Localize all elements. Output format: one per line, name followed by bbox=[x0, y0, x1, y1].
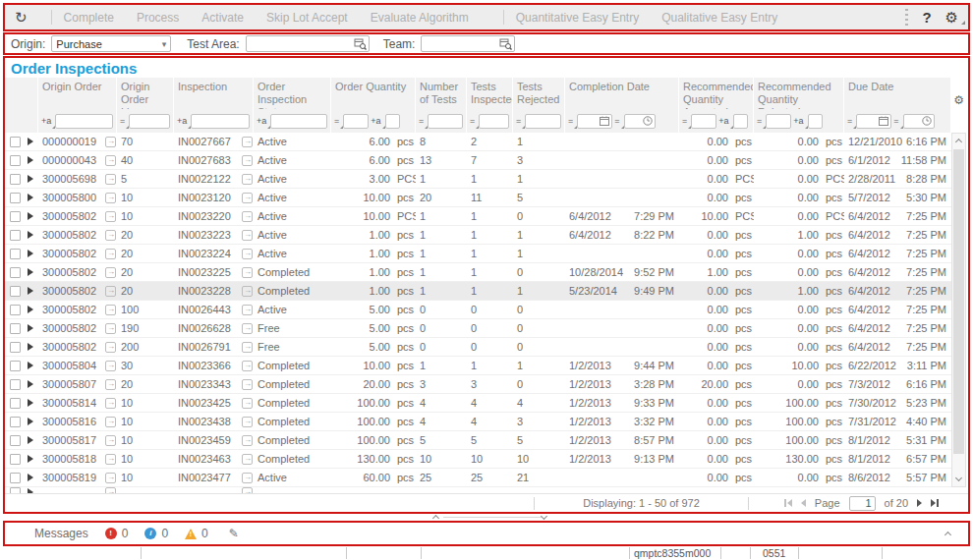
evaluate-algorithm-button[interactable]: Evaluate Algorithm bbox=[371, 11, 469, 25]
expand-row-icon[interactable] bbox=[28, 380, 33, 388]
table-row[interactable]: 300005802 20 IN0023223 Active 1.00pcs 1 … bbox=[5, 226, 951, 245]
row-checkbox[interactable] bbox=[10, 379, 21, 390]
drill-down-icon[interactable] bbox=[242, 249, 253, 259]
expand-row-icon[interactable] bbox=[28, 175, 33, 183]
drill-down-icon[interactable] bbox=[242, 398, 253, 409]
first-page-button[interactable] bbox=[784, 499, 792, 507]
complete-button[interactable]: Complete bbox=[64, 11, 114, 25]
calendar-icon[interactable] bbox=[879, 116, 888, 126]
drill-down-icon[interactable] bbox=[242, 286, 253, 297]
calendar-icon[interactable] bbox=[600, 116, 609, 126]
table-row[interactable]: 300005807 20 IN0023343 Completed 20.00pc… bbox=[5, 375, 951, 394]
expand-row-icon[interactable] bbox=[28, 455, 33, 463]
table-row[interactable]: 300005802 190 IN0026628 Free 5.00pcs 0 0… bbox=[5, 319, 951, 338]
table-row[interactable]: 300005802 20 IN0023225 Completed 1.00pcs… bbox=[5, 263, 951, 282]
drill-down-icon[interactable] bbox=[105, 417, 116, 427]
drill-down-icon[interactable] bbox=[105, 435, 116, 446]
vertical-scrollbar[interactable] bbox=[951, 133, 966, 487]
drill-down-icon[interactable] bbox=[242, 323, 253, 334]
row-checkbox[interactable] bbox=[10, 267, 21, 278]
expand-row-icon[interactable] bbox=[28, 343, 33, 351]
activate-button[interactable]: Activate bbox=[201, 11, 244, 25]
row-checkbox[interactable] bbox=[10, 454, 21, 465]
column-header-inspection[interactable]: Inspection bbox=[174, 78, 254, 109]
drill-down-icon[interactable] bbox=[242, 155, 253, 166]
collapse-messages-icon[interactable] bbox=[944, 532, 951, 538]
table-row[interactable]: 300005698 5 IN0022122 Active 3.00PCS 1 1… bbox=[5, 170, 951, 189]
drill-down-icon[interactable] bbox=[105, 361, 116, 371]
splitter-collapse-icon[interactable] bbox=[541, 513, 547, 520]
clock-icon[interactable] bbox=[922, 116, 932, 126]
info-count-group[interactable]: i 0 bbox=[144, 527, 168, 540]
table-row[interactable]: 300005802 10 IN0023220 Active 10.00PCS 1… bbox=[5, 207, 951, 226]
filter-operator-icon[interactable]: = bbox=[334, 117, 341, 126]
previous-page-button[interactable] bbox=[801, 499, 806, 507]
row-checkbox[interactable] bbox=[10, 230, 21, 241]
column-header-tests-inspected[interactable]: Tests Inspected bbox=[467, 78, 513, 109]
expand-row-icon[interactable] bbox=[28, 306, 33, 313]
drill-down-icon[interactable] bbox=[105, 398, 116, 409]
filter-order-quantity-input[interactable] bbox=[346, 116, 366, 127]
drill-down-icon[interactable] bbox=[105, 487, 116, 493]
row-checkbox[interactable] bbox=[10, 435, 21, 446]
filter-rec-qty-accepted-input[interactable] bbox=[694, 116, 714, 127]
drill-down-icon[interactable] bbox=[105, 342, 116, 353]
expand-row-icon[interactable] bbox=[28, 488, 33, 493]
filter-operator-icon[interactable]: = bbox=[120, 117, 127, 126]
expand-row-icon[interactable] bbox=[28, 194, 33, 201]
filter-operator-icon[interactable]: +a bbox=[177, 117, 189, 126]
warning-count-group[interactable]: 0 bbox=[185, 527, 208, 540]
overflow-menu-icon[interactable] bbox=[905, 9, 908, 26]
drill-down-icon[interactable] bbox=[242, 473, 253, 483]
table-row[interactable]: 300005814 10 IN0023425 Completed 100.00p… bbox=[5, 394, 951, 413]
table-row[interactable]: 300005804 30 IN0023366 Completed 10.00pc… bbox=[5, 357, 951, 375]
drill-down-icon[interactable] bbox=[105, 305, 116, 315]
filter-operator-icon[interactable]: = bbox=[568, 117, 575, 126]
column-header-number-of-tests[interactable]: Number of Tests bbox=[416, 78, 467, 109]
filter-origin-order-input[interactable] bbox=[58, 116, 110, 127]
process-button[interactable]: Process bbox=[137, 11, 179, 25]
row-checkbox[interactable] bbox=[10, 487, 21, 493]
last-page-button[interactable] bbox=[931, 499, 939, 507]
drill-down-icon[interactable] bbox=[242, 417, 253, 427]
filter-tests-inspected-input[interactable] bbox=[482, 116, 506, 127]
test-area-field[interactable] bbox=[249, 37, 354, 50]
filter-tests-rejected-input[interactable] bbox=[528, 116, 558, 127]
drill-down-icon[interactable] bbox=[105, 137, 116, 147]
due-time-filter[interactable] bbox=[903, 114, 935, 129]
qualitative-easy-entry-button[interactable]: Qualitative Easy Entry bbox=[661, 11, 777, 25]
table-row[interactable]: 300005802 20 IN0023228 Completed 1.00pcs… bbox=[5, 282, 951, 301]
drill-down-icon[interactable] bbox=[242, 435, 253, 446]
settings-gear-icon[interactable]: ⚙ bbox=[945, 9, 958, 27]
row-checkbox[interactable] bbox=[10, 137, 21, 147]
filter-operator-icon[interactable]: +a bbox=[371, 117, 382, 126]
filter-operator-icon[interactable]: +a bbox=[257, 117, 268, 126]
drill-down-icon[interactable] bbox=[242, 454, 253, 465]
lookup-icon[interactable] bbox=[354, 38, 367, 50]
column-header-order-inspection-status[interactable]: Order Inspection Status bbox=[254, 78, 331, 109]
row-checkbox[interactable] bbox=[10, 398, 21, 409]
filter-operator-icon[interactable]: = bbox=[893, 117, 900, 126]
error-count-group[interactable]: ! 0 bbox=[105, 527, 129, 540]
drill-down-icon[interactable] bbox=[242, 487, 253, 493]
table-row[interactable]: 000000019 70 IN0027667 Active 6.00pcs 8 … bbox=[5, 133, 951, 151]
panel-splitter[interactable] bbox=[3, 514, 970, 521]
table-row[interactable]: 300005817 10 IN0023459 Completed 100.00p… bbox=[5, 431, 951, 450]
drill-down-icon[interactable] bbox=[105, 155, 116, 166]
row-checkbox[interactable] bbox=[10, 211, 21, 222]
filter-operator-icon[interactable]: = bbox=[516, 117, 523, 126]
expand-row-icon[interactable] bbox=[28, 231, 33, 239]
drill-down-icon[interactable] bbox=[105, 174, 116, 185]
filter-rec-qty-rejected-input[interactable] bbox=[769, 116, 788, 127]
table-row[interactable]: 300005802 100 IN0026443 Active 5.00pcs 0… bbox=[5, 301, 951, 319]
row-checkbox[interactable] bbox=[10, 305, 21, 315]
filter-operator-icon[interactable]: +a bbox=[793, 117, 805, 126]
drill-down-icon[interactable] bbox=[242, 342, 253, 353]
drill-down-icon[interactable] bbox=[105, 211, 116, 222]
table-row[interactable]: 300005800 10 IN0023120 Active 10.00pcs 2… bbox=[5, 189, 951, 207]
column-header-tests-rejected[interactable]: Tests Rejected bbox=[513, 78, 565, 109]
filter-rec-qty-accepted-uom-input[interactable] bbox=[736, 116, 745, 127]
origin-select[interactable]: Purchase ▾ bbox=[51, 35, 171, 52]
row-checkbox[interactable] bbox=[10, 193, 21, 203]
table-row[interactable]: 300005802 20 IN0023224 Active 1.00pcs 1 … bbox=[5, 245, 951, 263]
